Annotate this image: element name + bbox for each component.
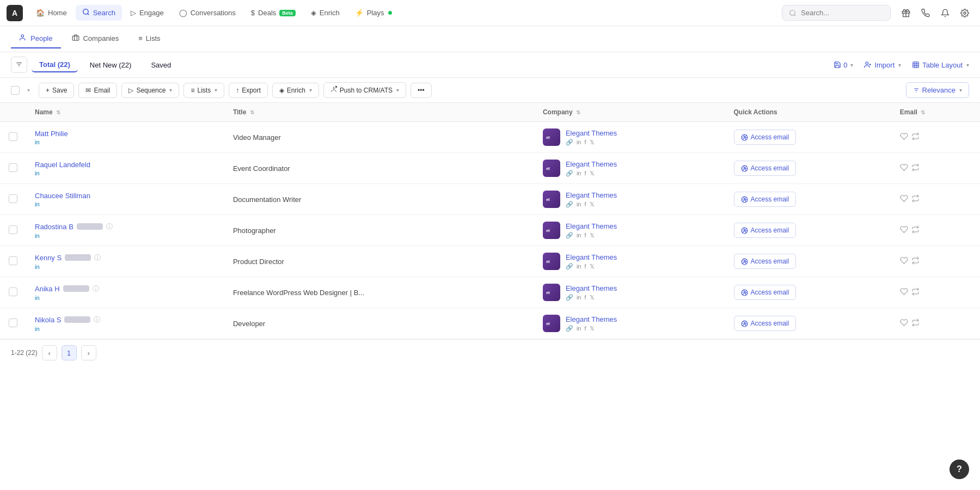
phone-icon[interactable] — [917, 4, 934, 22]
page-1-button[interactable]: 1 — [62, 345, 77, 360]
person-name[interactable]: Matt Philie — [35, 130, 216, 138]
company-name[interactable]: Elegant Themes — [566, 129, 617, 137]
copy-email-icon[interactable] — [900, 163, 908, 174]
company-linkedin-icon[interactable]: in — [577, 263, 581, 270]
nav-home[interactable]: 🏠 Home — [29, 5, 74, 20]
person-name[interactable]: Kenny S — [35, 254, 62, 262]
company-linkedin-icon[interactable]: in — [577, 201, 581, 208]
col-name[interactable]: Name ⇅ — [26, 103, 224, 122]
subnav-companies[interactable]: Companies — [63, 29, 127, 48]
copy-email-icon[interactable] — [900, 225, 908, 236]
company-linkedin-icon[interactable]: in — [577, 325, 581, 332]
company-facebook-icon[interactable]: f — [584, 232, 586, 239]
row-checkbox[interactable] — [9, 287, 17, 296]
save-email-icon[interactable] — [911, 194, 920, 205]
person-name[interactable]: Radostina B — [35, 223, 74, 231]
person-name[interactable]: Chaucee Stillman — [35, 192, 216, 200]
nav-enrich[interactable]: ◈ Enrich — [304, 5, 346, 20]
settings-icon[interactable] — [956, 4, 973, 22]
company-website-icon[interactable]: 🔗 — [566, 170, 573, 177]
subnav-people[interactable]: People — [11, 29, 61, 48]
global-search-input[interactable] — [801, 9, 877, 17]
col-company[interactable]: Company ⇅ — [534, 103, 725, 122]
company-name[interactable]: Elegant Themes — [566, 284, 617, 292]
help-icon[interactable]: ⓘ — [93, 284, 99, 293]
person-name[interactable]: Anika H — [35, 285, 60, 293]
access-email-button[interactable]: Access email — [734, 192, 797, 207]
access-email-button[interactable]: Access email — [734, 130, 797, 145]
copy-email-icon[interactable] — [900, 287, 908, 298]
company-linkedin-icon[interactable]: in — [577, 232, 581, 239]
company-facebook-icon[interactable]: f — [584, 139, 586, 146]
company-website-icon[interactable]: 🔗 — [566, 232, 573, 239]
save-email-icon[interactable] — [911, 163, 920, 174]
saved-tab[interactable]: Saved — [143, 58, 179, 72]
row-checkbox[interactable] — [9, 318, 17, 327]
copy-email-icon[interactable] — [900, 194, 908, 205]
person-linkedin[interactable]: in — [35, 232, 216, 239]
table-layout-button[interactable]: Table Layout ▾ — [912, 61, 969, 69]
company-website-icon[interactable]: 🔗 — [566, 294, 573, 301]
help-icon[interactable]: ⓘ — [106, 222, 113, 231]
copy-email-icon[interactable] — [900, 256, 908, 267]
select-all-checkbox[interactable] — [11, 86, 20, 95]
row-checkbox[interactable] — [9, 225, 17, 234]
person-name[interactable]: Raquel Landefeld — [35, 161, 216, 169]
company-facebook-icon[interactable]: f — [584, 201, 586, 208]
filter-button[interactable] — [11, 57, 27, 73]
enrich-button[interactable]: ◈ Enrich ▾ — [272, 83, 319, 98]
copy-email-icon[interactable] — [900, 318, 908, 329]
company-twitter-icon[interactable]: 𝕏 — [590, 232, 595, 239]
export-button[interactable]: ↑ Export — [229, 83, 268, 98]
access-email-button[interactable]: Access email — [734, 223, 797, 238]
company-linkedin-icon[interactable]: in — [577, 170, 581, 177]
company-name[interactable]: Elegant Themes — [566, 222, 617, 230]
save-email-icon[interactable] — [911, 287, 920, 298]
person-name[interactable]: Nikola S — [35, 316, 61, 324]
save-email-icon[interactable] — [911, 318, 920, 329]
company-website-icon[interactable]: 🔗 — [566, 263, 573, 270]
netnew-tab[interactable]: Net New (22) — [82, 58, 139, 72]
company-website-icon[interactable]: 🔗 — [566, 325, 573, 332]
company-twitter-icon[interactable]: 𝕏 — [590, 139, 595, 146]
company-facebook-icon[interactable]: f — [584, 170, 586, 177]
push-crm-button[interactable]: Push to CRM/ATS ▾ — [323, 82, 406, 98]
subnav-lists[interactable]: ≡ Lists — [130, 30, 169, 48]
save-email-icon[interactable] — [911, 132, 920, 143]
company-linkedin-icon[interactable]: in — [577, 139, 581, 146]
prev-page-button[interactable]: ‹ — [42, 345, 57, 360]
copy-email-icon[interactable] — [900, 132, 908, 143]
relevance-button[interactable]: Relevance ▾ — [906, 82, 969, 98]
company-twitter-icon[interactable]: 𝕏 — [590, 201, 595, 208]
sequence-button[interactable]: ▷ Sequence ▾ — [121, 83, 179, 98]
company-name[interactable]: Elegant Themes — [566, 160, 617, 168]
global-search-box[interactable] — [782, 5, 891, 21]
company-twitter-icon[interactable]: 𝕏 — [590, 263, 595, 270]
nav-search[interactable]: Search — [76, 5, 122, 21]
row-checkbox[interactable] — [9, 132, 17, 141]
person-linkedin[interactable]: in — [35, 295, 216, 301]
company-twitter-icon[interactable]: 𝕏 — [590, 170, 595, 177]
nav-engage[interactable]: ▷ Engage — [124, 5, 170, 20]
access-email-button[interactable]: Access email — [734, 161, 797, 176]
company-name[interactable]: Elegant Themes — [566, 253, 617, 261]
company-facebook-icon[interactable]: f — [584, 325, 586, 332]
nav-deals[interactable]: $ Deals Beta — [244, 5, 302, 20]
person-linkedin[interactable]: in — [35, 170, 216, 176]
access-email-button[interactable]: Access email — [734, 254, 797, 269]
access-email-button[interactable]: Access email — [734, 285, 797, 300]
nav-plays[interactable]: ⚡ Plays — [348, 5, 399, 20]
save-email-icon[interactable] — [911, 256, 920, 267]
save-email-icon[interactable] — [911, 225, 920, 236]
lists-button[interactable]: ≡ Lists ▾ — [183, 83, 224, 98]
company-facebook-icon[interactable]: f — [584, 294, 586, 301]
person-linkedin[interactable]: in — [35, 326, 216, 332]
row-checkbox[interactable] — [9, 194, 17, 203]
nav-conversations[interactable]: ◯ Conversations — [173, 5, 242, 20]
company-website-icon[interactable]: 🔗 — [566, 139, 573, 146]
notifications-icon[interactable] — [897, 4, 915, 22]
person-linkedin[interactable]: in — [35, 201, 216, 207]
person-linkedin[interactable]: in — [35, 264, 216, 270]
row-checkbox[interactable] — [9, 256, 17, 265]
more-button[interactable]: ••• — [411, 83, 432, 98]
